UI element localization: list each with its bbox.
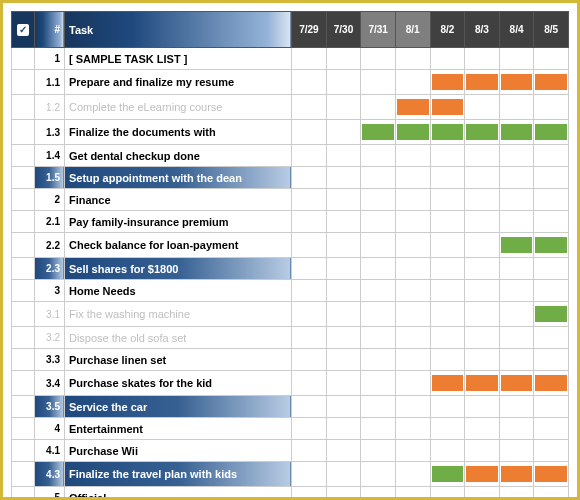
gantt-cell[interactable] <box>499 280 534 302</box>
gantt-bar-orange[interactable] <box>535 375 567 391</box>
header-date-3[interactable]: 8/1 <box>395 12 430 48</box>
row-task[interactable]: Setup appointment with the dean <box>64 167 291 189</box>
gantt-cell[interactable] <box>465 349 500 371</box>
gantt-cell[interactable] <box>292 302 327 327</box>
gantt-bar-orange[interactable] <box>535 74 567 90</box>
gantt-bar-green[interactable] <box>397 124 429 140</box>
row-check[interactable] <box>12 440 35 462</box>
gantt-cell[interactable] <box>430 120 465 145</box>
gantt-cell[interactable] <box>534 167 569 189</box>
table-row[interactable]: 3.4Purchase skates for the kid <box>12 371 569 396</box>
gantt-bar-orange[interactable] <box>501 466 533 482</box>
header-check[interactable]: ✓ <box>12 12 35 48</box>
gantt-cell[interactable] <box>465 120 500 145</box>
gantt-cell[interactable] <box>430 487 465 501</box>
gantt-cell[interactable] <box>292 440 327 462</box>
gantt-cell[interactable] <box>499 167 534 189</box>
gantt-cell[interactable] <box>534 302 569 327</box>
row-check[interactable] <box>12 233 35 258</box>
gantt-cell[interactable] <box>465 280 500 302</box>
gantt-cell[interactable] <box>292 396 327 418</box>
gantt-bar-green[interactable] <box>501 237 533 253</box>
gantt-cell[interactable] <box>292 167 327 189</box>
table-row[interactable]: 2.1Pay family-insurance premium <box>12 211 569 233</box>
gantt-cell[interactable] <box>292 487 327 501</box>
gantt-cell[interactable] <box>361 280 396 302</box>
gantt-cell[interactable] <box>534 327 569 349</box>
gantt-cell[interactable] <box>465 70 500 95</box>
gantt-bar-green[interactable] <box>362 124 394 140</box>
table-row[interactable]: 1[ SAMPLE TASK LIST ] <box>12 48 569 70</box>
gantt-cell[interactable] <box>499 120 534 145</box>
gantt-cell[interactable] <box>326 233 361 258</box>
row-check[interactable] <box>12 396 35 418</box>
gantt-bar-orange[interactable] <box>501 375 533 391</box>
gantt-cell[interactable] <box>534 120 569 145</box>
table-row[interactable]: 3.3Purchase linen set <box>12 349 569 371</box>
gantt-cell[interactable] <box>361 48 396 70</box>
row-check[interactable] <box>12 462 35 487</box>
gantt-cell[interactable] <box>534 396 569 418</box>
gantt-cell[interactable] <box>499 440 534 462</box>
row-check[interactable] <box>12 48 35 70</box>
row-task[interactable]: Official <box>64 487 291 501</box>
gantt-cell[interactable] <box>326 48 361 70</box>
gantt-bar-green[interactable] <box>432 124 464 140</box>
gantt-cell[interactable] <box>534 487 569 501</box>
gantt-bar-orange[interactable] <box>432 375 464 391</box>
gantt-cell[interactable] <box>326 327 361 349</box>
gantt-cell[interactable] <box>326 280 361 302</box>
gantt-cell[interactable] <box>465 95 500 120</box>
row-check[interactable] <box>12 418 35 440</box>
gantt-cell[interactable] <box>465 462 500 487</box>
gantt-cell[interactable] <box>395 167 430 189</box>
gantt-cell[interactable] <box>499 462 534 487</box>
gantt-cell[interactable] <box>499 349 534 371</box>
table-row[interactable]: 1.1Prepare and finalize my resume <box>12 70 569 95</box>
gantt-cell[interactable] <box>326 95 361 120</box>
gantt-cell[interactable] <box>430 145 465 167</box>
table-row[interactable]: 3.2Dispose the old sofa set <box>12 327 569 349</box>
gantt-cell[interactable] <box>361 145 396 167</box>
gantt-bar-green[interactable] <box>432 466 464 482</box>
gantt-cell[interactable] <box>534 440 569 462</box>
table-row[interactable]: 4Entertainment <box>12 418 569 440</box>
gantt-cell[interactable] <box>361 70 396 95</box>
gantt-cell[interactable] <box>395 145 430 167</box>
row-check[interactable] <box>12 302 35 327</box>
gantt-cell[interactable] <box>430 48 465 70</box>
gantt-cell[interactable] <box>465 211 500 233</box>
table-row[interactable]: 3Home Needs <box>12 280 569 302</box>
gantt-cell[interactable] <box>499 70 534 95</box>
gantt-cell[interactable] <box>430 371 465 396</box>
gantt-cell[interactable] <box>430 211 465 233</box>
gantt-cell[interactable] <box>292 70 327 95</box>
gantt-cell[interactable] <box>430 302 465 327</box>
gantt-cell[interactable] <box>465 167 500 189</box>
table-row[interactable]: 1.5Setup appointment with the dean <box>12 167 569 189</box>
table-row[interactable]: 5Official <box>12 487 569 501</box>
gantt-cell[interactable] <box>430 327 465 349</box>
gantt-bar-green[interactable] <box>501 124 533 140</box>
table-row[interactable]: 2.2Check balance for loan-payment <box>12 233 569 258</box>
gantt-cell[interactable] <box>361 371 396 396</box>
gantt-cell[interactable] <box>395 120 430 145</box>
gantt-cell[interactable] <box>361 462 396 487</box>
header-date-4[interactable]: 8/2 <box>430 12 465 48</box>
gantt-cell[interactable] <box>292 258 327 280</box>
gantt-bar-orange[interactable] <box>466 466 498 482</box>
gantt-cell[interactable] <box>395 233 430 258</box>
header-date-7[interactable]: 8/5 <box>534 12 569 48</box>
gantt-cell[interactable] <box>326 120 361 145</box>
gantt-cell[interactable] <box>499 48 534 70</box>
gantt-cell[interactable] <box>534 371 569 396</box>
table-row[interactable]: 3.1Fix the washing machine <box>12 302 569 327</box>
header-task[interactable]: Task <box>64 12 291 48</box>
row-task[interactable]: Home Needs <box>64 280 291 302</box>
gantt-cell[interactable] <box>499 211 534 233</box>
table-row[interactable]: 1.2Complete the eLearning course <box>12 95 569 120</box>
gantt-cell[interactable] <box>499 233 534 258</box>
gantt-cell[interactable] <box>395 211 430 233</box>
gantt-cell[interactable] <box>499 145 534 167</box>
table-row[interactable]: 3.5Service the car <box>12 396 569 418</box>
